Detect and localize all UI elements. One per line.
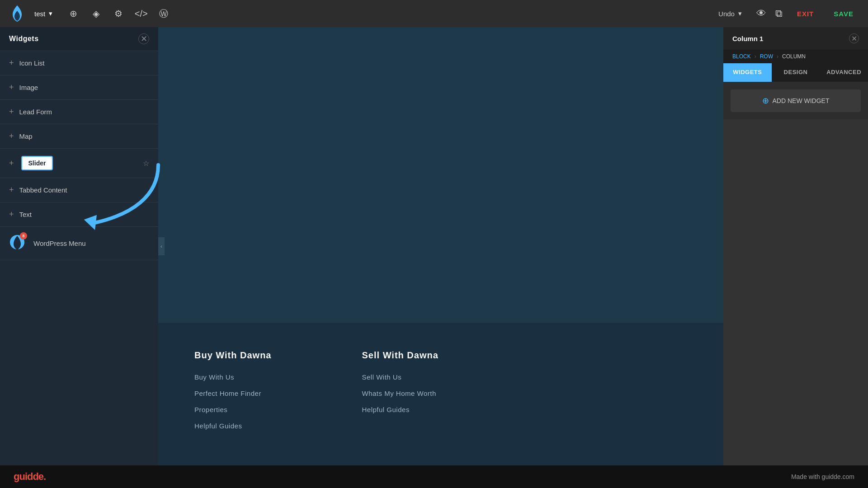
guidde-logo: guidde. [14, 471, 46, 483]
sidebar-close-button[interactable]: ✕ [138, 33, 149, 44]
main-layout: Widgets ✕ + Icon List + Image + Lead For… [0, 27, 868, 465]
widget-label: Tabbed Content [19, 186, 67, 194]
plus-icon: + [9, 210, 14, 219]
panel-tabs: WIDGETS DESIGN ADVANCED [723, 63, 868, 82]
plus-icon: + [9, 131, 14, 141]
widget-label: Map [19, 132, 33, 140]
top-bar: test ▾ ⊕ ◈ ⚙ </> Ⓦ Undo ▾ 👁 ⧉ EXIT SAVE [0, 0, 868, 27]
widget-item-icon-list[interactable]: + Icon List [0, 51, 158, 75]
widget-item-slider[interactable]: + Slider ☆ [0, 149, 158, 178]
plus-icon: + [9, 83, 14, 92]
widget-label: Image [19, 84, 38, 91]
widget-label: Lead Form [19, 108, 52, 116]
sidebar-title: Widgets [9, 35, 39, 43]
right-panel-header: Column 1 ✕ [723, 27, 868, 50]
sidebar-header: Widgets ✕ [0, 27, 158, 51]
list-item[interactable]: Properties [194, 406, 272, 414]
footer-col-sell: Sell With Dawna Sell With Us Whats My Ho… [362, 350, 439, 438]
plus-icon: + [9, 185, 14, 195]
widget-item-text[interactable]: + Text [0, 202, 158, 227]
copy-button[interactable]: ⧉ [775, 8, 783, 19]
project-name: test [34, 10, 45, 18]
code-icon[interactable]: </> [134, 6, 148, 21]
list-item[interactable]: Helpful Guides [362, 406, 439, 414]
chevron-down-icon: ▾ [738, 9, 742, 18]
right-panel-title: Column 1 [732, 35, 763, 42]
top-bar-right: Undo ▾ 👁 ⧉ EXIT SAVE [713, 7, 859, 20]
plus-icon: 8 [9, 234, 25, 253]
slider-highlight: Slider [21, 156, 53, 170]
exit-button[interactable]: EXIT [792, 7, 819, 20]
widgets-sidebar: Widgets ✕ + Icon List + Image + Lead For… [0, 27, 158, 465]
plus-icon: + [9, 58, 14, 68]
app-logo [9, 5, 25, 22]
widget-item-tabbed-content[interactable]: + Tabbed Content [0, 178, 158, 202]
tab-widgets[interactable]: WIDGETS [723, 63, 772, 82]
footer-content: Buy With Dawna Buy With Us Perfect Home … [158, 323, 723, 465]
plus-circle-icon: ⊕ [762, 96, 769, 106]
list-item[interactable]: Perfect Home Finder [194, 389, 272, 398]
breadcrumb-sep: › [755, 53, 756, 60]
widget-item-image[interactable]: + Image [0, 75, 158, 100]
project-selector[interactable]: test ▾ [34, 9, 52, 18]
tool-icons: ⊕ ◈ ⚙ </> Ⓦ [66, 6, 171, 21]
tab-advanced[interactable]: ADVANCED [820, 63, 868, 82]
undo-label: Undo [718, 10, 735, 18]
footer-col-buy: Buy With Dawna Buy With Us Perfect Home … [194, 350, 272, 438]
list-item[interactable]: Buy With Us [194, 373, 272, 381]
breadcrumb-row[interactable]: ROW [760, 53, 773, 60]
right-panel: Column 1 ✕ BLOCK › ROW › COLUMN WIDGETS … [723, 27, 868, 465]
widget-item-lead-form[interactable]: + Lead Form [0, 100, 158, 124]
tab-design[interactable]: DESIGN [772, 63, 820, 82]
widget-label: WordPress Menu [33, 239, 86, 247]
wordpress-icon[interactable]: Ⓦ [156, 6, 171, 21]
breadcrumb: BLOCK › ROW › COLUMN [723, 50, 868, 63]
list-item[interactable]: Sell With Us [362, 373, 439, 381]
footer-columns: Buy With Dawna Buy With Us Perfect Home … [194, 350, 687, 438]
star-icon: ☆ [143, 159, 149, 168]
widget-label: Text [19, 211, 32, 218]
preview-button[interactable]: 👁 [756, 8, 766, 19]
settings-icon[interactable]: ⚙ [111, 6, 126, 21]
list-item[interactable]: Helpful Guides [194, 422, 272, 430]
plus-icon: + [9, 107, 14, 117]
collapse-handle[interactable]: ‹ [158, 237, 165, 255]
footer-col-heading: Sell With Dawna [362, 350, 439, 361]
bottom-bar: guidde. Made with guidde.com [0, 465, 868, 488]
canvas-area: ‹ Buy With Dawna Buy With Us Perfect Hom… [158, 27, 723, 465]
add-widget-label: ADD NEW WIDGET [773, 97, 830, 104]
add-new-widget-button[interactable]: ⊕ ADD NEW WIDGET [731, 89, 861, 112]
widget-list: + Icon List + Image + Lead Form + Map + … [0, 51, 158, 465]
list-item[interactable]: Whats My Home Worth [362, 389, 439, 398]
undo-button[interactable]: Undo ▾ [713, 7, 747, 20]
widget-label: Icon List [19, 59, 45, 67]
right-panel-close-button[interactable]: ✕ [849, 33, 859, 43]
panel-body [723, 119, 868, 465]
plus-icon: + [9, 159, 14, 168]
footer-col-links: Buy With Us Perfect Home Finder Properti… [194, 373, 272, 430]
add-icon[interactable]: ⊕ [66, 6, 80, 21]
widget-item-map[interactable]: + Map [0, 124, 158, 149]
footer-col-heading: Buy With Dawna [194, 350, 272, 361]
footer-col-links: Sell With Us Whats My Home Worth Helpful… [362, 373, 439, 414]
widget-item-wordpress-menu[interactable]: 8 WordPress Menu [0, 227, 158, 260]
chevron-down-icon: ▾ [49, 9, 52, 18]
breadcrumb-sep: › [777, 53, 778, 60]
made-with-text: Made with guidde.com [791, 473, 854, 480]
layers-icon[interactable]: ◈ [89, 6, 103, 21]
breadcrumb-block[interactable]: BLOCK [732, 53, 751, 60]
breadcrumb-column: COLUMN [782, 53, 806, 60]
save-button[interactable]: SAVE [828, 7, 859, 20]
